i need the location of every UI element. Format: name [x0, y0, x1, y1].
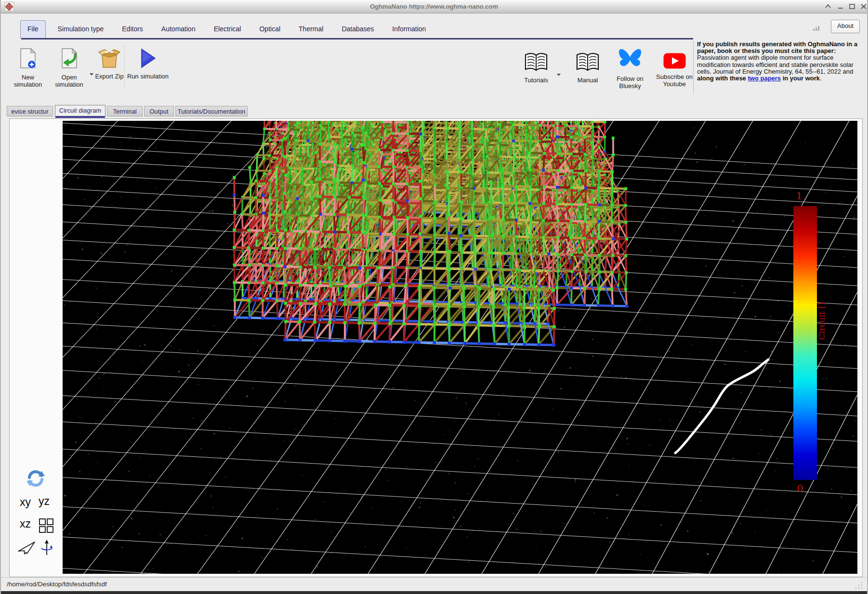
app-window: OghmaNano https://www.oghma-nano.com Fil… [0, 0, 868, 594]
new-simulation-button[interactable]: New simulation [11, 48, 45, 88]
tab-output[interactable]: Output [144, 106, 174, 116]
citation-bold-lead: If you publish results generated with Og… [697, 40, 857, 54]
tutorials-label: Tutorials [521, 77, 551, 84]
tutorials-dropdown-icon[interactable] [557, 74, 561, 76]
export-zip-icon [98, 48, 120, 68]
menu-bar: File Simulation type Editors Automation … [20, 19, 435, 39]
status-path: /home/rod/Desktop/fdsfesdsdfsfsdf [7, 578, 867, 591]
tab-circuit-diagram-label: Circuit diagram [59, 107, 101, 114]
maximize-button[interactable] [848, 3, 856, 11]
menu-item-automation[interactable]: Automation [152, 25, 205, 33]
new-simulation-icon [19, 48, 37, 69]
shade-button[interactable] [824, 3, 832, 11]
menu-item-simulation-type[interactable]: Simulation type [49, 25, 113, 33]
view-yz-button[interactable]: yz [39, 495, 50, 508]
menu-item-file[interactable]: File [20, 20, 46, 39]
status-bar: /home/rod/Desktop/fdsfesdsdfsfsdf [1, 577, 867, 592]
refresh-view-icon[interactable] [26, 469, 46, 488]
bluesky-button[interactable]: Follow on Bluesky [611, 49, 649, 90]
open-simulation-button[interactable]: Open simulation [51, 48, 87, 88]
export-zip-label: Export Zip [95, 73, 124, 80]
active-tab-underline [55, 116, 105, 118]
menu-underline [21, 38, 693, 39]
tutorials-button[interactable]: Tutorials [521, 52, 551, 84]
bottom-edge-strip [1, 591, 867, 594]
citation-text: If you publish results generated with Og… [693, 41, 867, 94]
view-xz-button[interactable]: xz [20, 517, 31, 530]
youtube-label: Subscribe on Youtube [652, 74, 697, 88]
tutorials-icon [525, 52, 548, 72]
manual-button[interactable]: Manual [574, 52, 601, 84]
menu-item-thermal[interactable]: Thermal [289, 25, 332, 33]
circuit-3d-viewport: xy yz xz [9, 118, 863, 577]
app-icon [4, 1, 14, 12]
toolbar-separator [125, 44, 126, 90]
tab-device-structure[interactable]: evice structur [7, 106, 53, 116]
run-simulation-label: Run simulation [127, 73, 169, 80]
bluesky-icon [618, 49, 642, 71]
open-simulation-dropdown-icon[interactable] [90, 73, 93, 76]
menu-item-databases[interactable]: Databases [332, 25, 383, 33]
window-resize-grip[interactable] [854, 580, 863, 590]
youtube-icon [663, 53, 686, 69]
tab-terminal[interactable]: Terminal [107, 106, 143, 116]
tab-tutorials-documentation[interactable]: Tutorials/Documentation [175, 106, 248, 116]
citation-period: . [820, 75, 822, 82]
minimize-button[interactable] [836, 3, 845, 11]
circuit-3d-canvas[interactable] [63, 121, 857, 574]
close-button[interactable] [859, 3, 868, 11]
open-simulation-icon [61, 48, 78, 69]
four-view-grid-icon[interactable] [39, 518, 54, 533]
tab-circuit-diagram[interactable]: Circuit diagram [55, 105, 105, 116]
open-simulation-label: Open simulation [51, 74, 87, 88]
youtube-button[interactable]: Subscribe on Youtube [652, 53, 697, 88]
citation-paper: Passivation agent with dipole moment for… [697, 54, 854, 75]
citation-bold-mid: along with these [697, 75, 748, 82]
run-simulation-icon [140, 48, 156, 68]
menu-item-optical[interactable]: Optical [250, 25, 289, 33]
paper-plane-icon[interactable] [17, 541, 36, 555]
view-xy-button[interactable]: xy [20, 496, 31, 509]
resize-grip-icon [813, 25, 820, 31]
manual-icon [576, 52, 599, 72]
menu-item-information[interactable]: Information [383, 25, 435, 33]
rotate-view-icon[interactable] [39, 539, 54, 556]
title-bar: OghmaNano https://www.oghma-nano.com [1, 0, 867, 13]
bluesky-label: Follow on Bluesky [611, 76, 649, 90]
menu-item-editors[interactable]: Editors [113, 25, 152, 33]
window-title: OghmaNano https://www.oghma-nano.com [1, 0, 867, 13]
two-papers-link[interactable]: two papers [748, 75, 781, 82]
export-zip-button[interactable]: Export Zip [95, 48, 124, 80]
about-button[interactable]: About [831, 20, 860, 33]
citation-bold-tail: in your work [781, 75, 820, 82]
manual-label: Manual [574, 77, 601, 84]
new-simulation-label: New simulation [11, 74, 45, 88]
menu-item-electrical[interactable]: Electrical [205, 25, 250, 33]
run-simulation-button[interactable]: Run simulation [127, 48, 169, 80]
